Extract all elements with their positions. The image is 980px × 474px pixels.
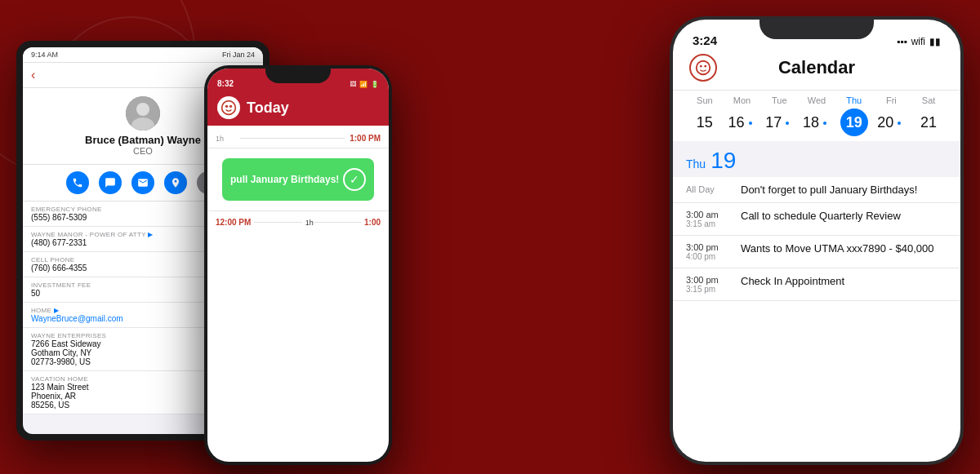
pr-logo bbox=[689, 54, 717, 82]
pr-calendar-header-row: Calendar bbox=[673, 51, 960, 91]
pr-day-col-mon: Mon 16 bbox=[724, 95, 760, 136]
phone-middle: 8:32 🖼 📶 🔋 Today 1h bbox=[204, 65, 392, 465]
pm-battery-icon: 🔋 bbox=[371, 81, 379, 88]
phone-right-screen: 3:24 ▪▪▪ wifi ▮▮ Calendar Sun bbox=[673, 20, 960, 462]
pm-time-label-bottom: 12:00 PM bbox=[216, 218, 251, 227]
svg-point-1 bbox=[136, 103, 149, 116]
svg-point-5 bbox=[229, 105, 232, 108]
pr-time: 3:24 bbox=[693, 33, 717, 47]
pm-gallery-icon: 🖼 bbox=[350, 81, 356, 88]
pr-wifi-icon: wifi bbox=[911, 36, 925, 47]
pm-title: Today bbox=[247, 100, 289, 117]
pr-day-col-sun: Sun 15 bbox=[687, 95, 723, 136]
pr-selected-day-name: Thu bbox=[686, 157, 706, 171]
pr-events-list: All Day Don't forget to pull January Bir… bbox=[673, 177, 960, 301]
pr-time-range-2: 3:00 pm 4:00 pm bbox=[686, 242, 731, 261]
pm-event-block: pull January Birthdays! ✓ bbox=[222, 158, 374, 201]
pr-allday-label: All Day bbox=[686, 184, 731, 194]
pr-event-3: 3:00 pm 3:15 pm Check In Appointment bbox=[673, 268, 960, 301]
pr-signal-icon: ▪▪▪ bbox=[897, 36, 907, 47]
svg-point-4 bbox=[225, 105, 228, 108]
pr-day-col-thu: Thu 19 bbox=[836, 95, 872, 136]
svg-point-8 bbox=[704, 65, 706, 68]
pm-status-icons: 🖼 📶 🔋 bbox=[350, 81, 379, 88]
pr-status-icons: ▪▪▪ wifi ▮▮ bbox=[897, 36, 941, 47]
pm-signal-icon: 📶 bbox=[359, 81, 368, 88]
pr-day-col-tue: Tue 17 bbox=[761, 95, 797, 136]
pm-logo bbox=[217, 96, 240, 119]
svg-point-3 bbox=[222, 101, 236, 115]
pr-title: Calendar bbox=[727, 57, 906, 78]
phone-right-notch bbox=[760, 16, 874, 39]
phone-right: 3:24 ▪▪▪ wifi ▮▮ Calendar Sun bbox=[670, 16, 964, 465]
tablet-time: 9:14 AM bbox=[31, 51, 58, 59]
pm-header: Today bbox=[207, 91, 389, 126]
pm-event-text: pull January Birthdays! bbox=[230, 174, 343, 185]
pr-week-header: Sun 15 Mon 16 Tue 17 Wed 18 Thu 19 Fri 2… bbox=[673, 91, 960, 141]
pr-battery-icon: ▮▮ bbox=[929, 36, 941, 47]
email-icon[interactable] bbox=[131, 171, 154, 194]
pr-day-col-wed: Wed 18 bbox=[799, 95, 835, 136]
pr-date-heading: Thu 19 bbox=[673, 141, 960, 177]
pm-time: 8:32 bbox=[217, 79, 234, 88]
pr-event-text-3: Check In Appointment bbox=[741, 275, 844, 287]
pr-time-range-3: 3:00 pm 3:15 pm bbox=[686, 275, 731, 294]
pm-time-row-1: 1h 1:00 PM bbox=[207, 129, 389, 148]
avatar bbox=[126, 96, 160, 131]
pm-time-row-bottom: 12:00 PM 1h 1:00 bbox=[207, 210, 389, 233]
pm-time-value-bottom: 1:00 bbox=[364, 218, 381, 227]
location-icon[interactable] bbox=[164, 171, 187, 194]
svg-point-6 bbox=[697, 61, 710, 75]
phone-notch bbox=[265, 65, 331, 83]
message-icon[interactable] bbox=[99, 171, 122, 194]
pr-day-col-sat: Sat 21 bbox=[911, 95, 947, 136]
tablet-status-bar: 9:14 AM Fri Jan 24 bbox=[23, 47, 263, 63]
pm-time-label-1: 1h bbox=[216, 135, 240, 143]
pr-event-allday: All Day Don't forget to pull January Bir… bbox=[673, 177, 960, 203]
pm-check-icon: ✓ bbox=[343, 168, 366, 191]
pr-event-1: 3:00 am 3:15 am Call to schedule Quarter… bbox=[673, 203, 960, 236]
pr-day-col-fri: Fri 20 bbox=[873, 95, 909, 136]
pm-time-value-1: 1:00 PM bbox=[350, 134, 381, 143]
pr-event-2: 3:00 pm 4:00 pm Wants to Move UTMA xxx78… bbox=[673, 236, 960, 268]
tablet-date: Fri Jan 24 bbox=[222, 51, 255, 59]
call-icon[interactable] bbox=[66, 171, 89, 194]
pm-event-area: pull January Birthdays! ✓ bbox=[207, 148, 389, 210]
pr-event-text-2: Wants to Move UTMA xxx7890 - $40,000 bbox=[741, 242, 934, 255]
phone-middle-screen: 8:32 🖼 📶 🔋 Today 1h bbox=[207, 69, 389, 462]
pr-allday-text: Don't forget to pull January Birthdays! bbox=[741, 184, 917, 196]
back-chevron-icon: ‹ bbox=[31, 68, 35, 82]
pm-time-line-label-2: 1h bbox=[305, 219, 314, 227]
pr-time-range-1: 3:00 am 3:15 am bbox=[686, 210, 731, 228]
pr-event-text-1: Call to schedule Quarterly Review bbox=[741, 210, 901, 222]
svg-point-7 bbox=[700, 65, 702, 68]
pr-selected-day-num: 19 bbox=[710, 148, 736, 174]
